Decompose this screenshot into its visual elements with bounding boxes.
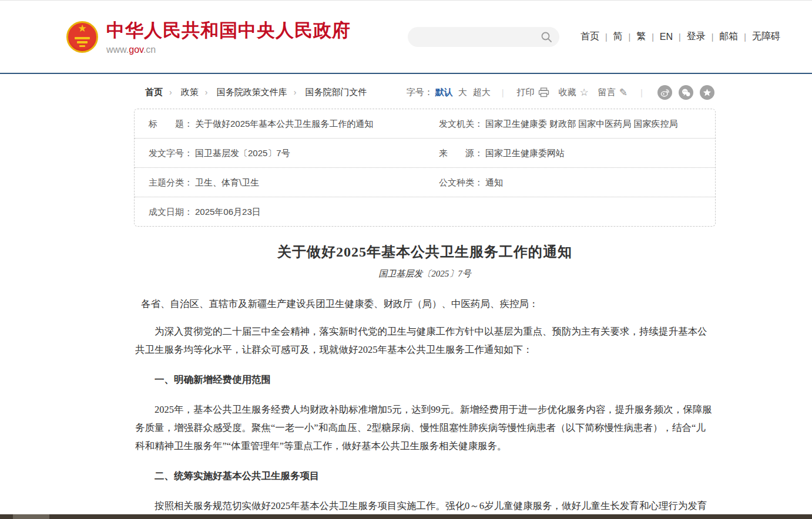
- salutation-paragraph: 各省、自治区、直辖市及新疆生产建设兵团卫生健康委、财政厅（局）、中医药局、疾控局…: [135, 295, 714, 313]
- meta-label: 主题分类：: [149, 177, 193, 188]
- nav-traditional[interactable]: 繁: [630, 31, 652, 43]
- search-box[interactable]: [408, 27, 559, 47]
- site-title: 中华人民共和国中央人民政府: [106, 18, 351, 43]
- meta-label: 公文种类：: [439, 177, 483, 188]
- meta-row: 标 题：关于做好2025年基本公共卫生服务工作的通知 发文机关：国家卫生健康委 …: [135, 109, 715, 139]
- search-icon[interactable]: [541, 31, 552, 43]
- emblem-star-icon: ★: [68, 23, 96, 33]
- body-paragraph: 2025年，基本公共卫生服务经费人均财政补助标准增加5元，达到99元。新增经费用…: [135, 400, 714, 455]
- meta-label: 成文日期：: [149, 206, 193, 217]
- site-header: ★ 中华人民共和国中央人民政府 www.gov.cn 首页| 简| 繁| EN|…: [0, 1, 812, 74]
- chevron-right-icon: ›: [205, 87, 208, 97]
- printer-icon: [538, 87, 549, 97]
- font-size-label: 字号：: [407, 87, 433, 98]
- share-weibo-button[interactable]: [657, 85, 672, 100]
- body-paragraph: 为深入贯彻党的二十届三中全会精神，落实新时代党的卫生与健康工作方针中以基层为重点…: [135, 322, 714, 359]
- meta-row: 主题分类：卫生、体育\卫生 公文种类：通知: [135, 168, 715, 197]
- breadcrumb-home[interactable]: 首页: [145, 87, 163, 97]
- breadcrumb-policy[interactable]: 政策: [181, 87, 199, 97]
- national-emblem-logo: ★: [66, 21, 98, 53]
- meta-value-title: 关于做好2025年基本公共卫生服务工作的通知: [195, 118, 373, 129]
- section-heading-1: 一、明确新增经费使用范围: [135, 370, 714, 389]
- meta-value-date: 2025年06月23日: [195, 206, 261, 217]
- document-title: 关于做好2025年基本公共卫生服务工作的通知: [135, 242, 714, 261]
- top-nav: 首页| 简| 繁| EN| 登录| 邮箱| 无障碍: [575, 31, 786, 43]
- breadcrumb: 首页› 政策› 国务院政策文件库› 国务院部门文件: [145, 87, 367, 98]
- nav-accessibility[interactable]: 无障碍: [746, 31, 786, 43]
- footer-top-edge: [0, 514, 812, 519]
- article: 关于做好2025年基本公共卫生服务工作的通知 国卫基层发〔2025〕7号 各省、…: [134, 242, 716, 519]
- comment-button[interactable]: 留言 ✎: [598, 86, 628, 99]
- chevron-right-icon: ›: [294, 87, 297, 97]
- star-icon: ☆: [580, 86, 589, 99]
- meta-value-issuing-org: 国家卫生健康委 财政部 国家中医药局 国家疾控局: [485, 118, 678, 129]
- breadcrumb-library[interactable]: 国务院政策文件库: [217, 87, 287, 97]
- meta-value-source: 国家卫生健康委网站: [485, 147, 565, 159]
- pencil-icon: ✎: [619, 86, 628, 99]
- search-input[interactable]: [408, 27, 541, 47]
- star-share-icon: [702, 87, 712, 97]
- breadcrumb-dept-docs[interactable]: 国务院部门文件: [306, 87, 367, 97]
- meta-row: 发文字号：国卫基层发〔2025〕7号 来 源：国家卫生健康委网站: [135, 139, 715, 168]
- share-wechat-button[interactable]: [679, 85, 693, 100]
- chevron-right-icon: ›: [169, 87, 172, 97]
- print-button[interactable]: 打印: [517, 87, 549, 98]
- nav-mailbox[interactable]: 邮箱: [713, 31, 744, 43]
- nav-home[interactable]: 首页: [575, 31, 605, 43]
- font-size-default-button[interactable]: 默认: [435, 87, 453, 98]
- font-size-large-button[interactable]: 大: [458, 87, 467, 98]
- document-number: 国卫基层发〔2025〕7号: [135, 268, 714, 279]
- document-meta-table: 标 题：关于做好2025年基本公共卫生服务工作的通知 发文机关：国家卫生健康委 …: [134, 109, 716, 227]
- nav-simplified[interactable]: 简: [608, 31, 629, 43]
- favorite-button[interactable]: 收藏 ☆: [559, 86, 589, 99]
- document-body: 各省、自治区、直辖市及新疆生产建设兵团卫生健康委、财政厅（局）、中医药局、疾控局…: [135, 295, 714, 519]
- meta-label: 发文字号：: [149, 147, 193, 159]
- wechat-icon: [681, 87, 691, 97]
- meta-label: 标 题：: [149, 118, 193, 129]
- site-url: www.gov.cn: [106, 45, 351, 55]
- article-toolbar: 字号： 默认 大 超大 | 打印 收藏 ☆ 留言 ✎ |: [407, 85, 716, 100]
- meta-value-topic-category: 卫生、体育\卫生: [195, 177, 259, 188]
- meta-value-doc-type: 通知: [485, 177, 503, 188]
- meta-row: 成文日期：2025年06月23日: [135, 197, 715, 226]
- nav-login[interactable]: 登录: [681, 31, 712, 43]
- nav-english[interactable]: EN: [654, 32, 679, 42]
- section-heading-2: 二、统筹实施好基本公共卫生服务项目: [135, 467, 714, 485]
- font-size-xlarge-button[interactable]: 超大: [473, 87, 491, 98]
- share-qzone-button[interactable]: [700, 85, 714, 100]
- meta-value-doc-number: 国卫基层发〔2025〕7号: [195, 147, 290, 159]
- weibo-icon: [660, 87, 670, 97]
- site-brand[interactable]: ★ 中华人民共和国中央人民政府 www.gov.cn: [66, 18, 351, 55]
- meta-label: 发文机关：: [439, 118, 483, 129]
- meta-label: 来 源：: [439, 147, 483, 159]
